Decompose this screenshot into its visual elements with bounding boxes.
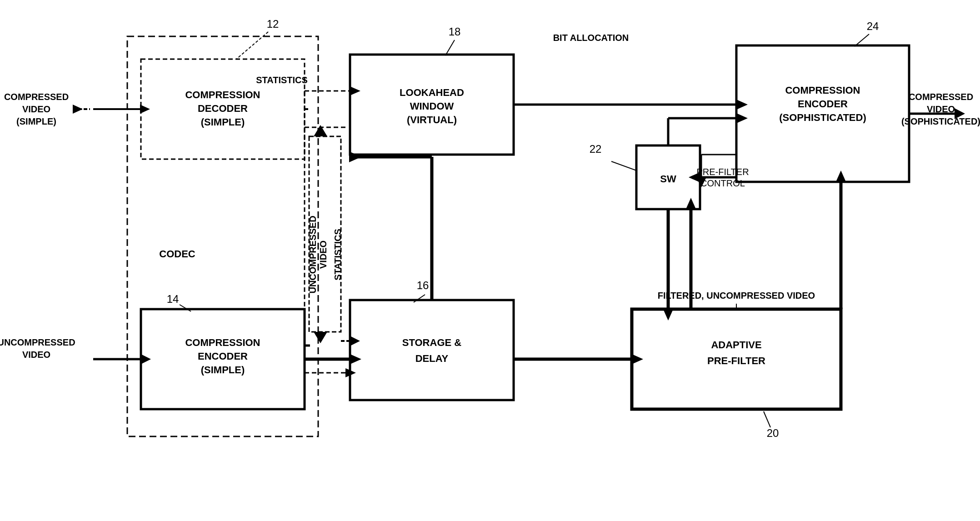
storage-delay-label2: DELAY <box>415 353 449 364</box>
svg-line-10 <box>764 411 770 427</box>
codec-label: CODEC <box>159 248 195 260</box>
svg-marker-42 <box>735 113 748 124</box>
sw-label: SW <box>660 173 676 185</box>
ref-14: 14 <box>167 293 179 305</box>
lookahead-label2: WINDOW <box>410 100 454 112</box>
compressed-video-soph-out-label3: (SOPHISTICATED) <box>901 116 980 126</box>
compressed-video-simple-label2: VIDEO <box>22 104 50 114</box>
compression-decoder-label2: DECODER <box>198 103 248 114</box>
lookahead-label3: (VIRTUAL) <box>407 114 457 125</box>
svg-marker-44 <box>663 308 674 321</box>
svg-marker-54 <box>349 336 360 346</box>
svg-rect-5 <box>350 300 514 400</box>
svg-marker-33 <box>349 151 361 162</box>
comp-enc-soph-label2: ENCODER <box>798 98 848 110</box>
svg-marker-20 <box>140 354 151 365</box>
storage-delay-label: STORAGE & <box>402 337 462 348</box>
svg-line-12 <box>611 161 636 170</box>
uncompressed-video-label2: VIDEO <box>22 350 50 360</box>
adaptive-prefilter-label2: PRE-FILTER <box>707 355 765 366</box>
ref-22: 22 <box>590 143 602 155</box>
compression-encoder-simple-label: COMPRESSION <box>185 337 260 348</box>
uncompressed-video-vertical2: VIDEO <box>318 240 328 269</box>
compressed-video-soph-out-label: COMPRESSED <box>909 92 973 102</box>
ref-24: 24 <box>867 20 879 32</box>
adaptive-prefilter-label: ADAPTIVE <box>711 339 761 351</box>
svg-marker-52 <box>314 332 327 343</box>
compression-decoder-label: COMPRESSION <box>185 89 260 100</box>
statistics-label-top: STATISTICS <box>256 75 308 85</box>
ref-16: 16 <box>417 279 429 291</box>
bit-allocation-label: BIT ALLOCATION <box>553 33 629 43</box>
lookahead-label: LOOKAHEAD <box>400 87 464 98</box>
compression-encoder-simple-label3: (SIMPLE) <box>201 364 245 376</box>
svg-marker-28 <box>349 354 361 365</box>
svg-marker-35 <box>735 99 748 110</box>
ref-20: 20 <box>767 427 779 439</box>
diagram-container: CODEC 12 COMPRESSION DECODER (SIMPLE) CO… <box>0 0 980 521</box>
prefilter-control-label: PRE-FILTER <box>696 167 749 177</box>
comp-enc-soph-label3: (SOPHISTICATED) <box>779 112 866 123</box>
compressed-video-simple-label: COMPRESSED <box>4 92 69 102</box>
ref-12: 12 <box>267 18 279 30</box>
comp-enc-soph-label: COMPRESSION <box>785 85 860 96</box>
svg-line-8 <box>445 40 455 55</box>
compression-encoder-simple-label2: ENCODER <box>198 351 248 362</box>
svg-marker-16 <box>140 105 150 114</box>
filtered-uncompressed-label: FILTERED, UNCOMPRESSED VIDEO <box>658 291 815 301</box>
svg-marker-22 <box>350 86 360 95</box>
compression-decoder-label3: (SIMPLE) <box>201 116 245 128</box>
svg-marker-30 <box>631 354 643 365</box>
compressed-video-simple-label3: (SIMPLE) <box>16 116 56 126</box>
ref-18: 18 <box>449 25 461 38</box>
uncompressed-video-label: UNCOMPRESSED <box>0 337 75 347</box>
svg-marker-18 <box>73 105 83 114</box>
svg-line-1 <box>236 32 268 59</box>
svg-marker-58 <box>835 170 846 183</box>
prefilter-control-label2: CONTROL <box>700 178 745 188</box>
